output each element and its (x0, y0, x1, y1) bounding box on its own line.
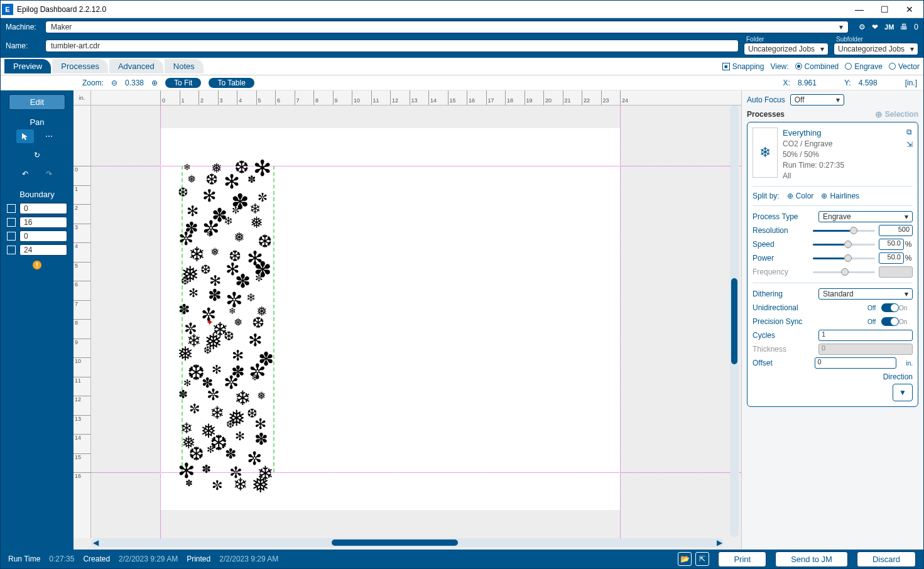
edit-button[interactable]: Edit (9, 94, 65, 110)
direction-button[interactable]: ▼ (893, 384, 913, 401)
arrow-right-icon[interactable]: ▶ (715, 538, 724, 547)
resolution-slider[interactable] (813, 226, 875, 235)
speed-label: Speed (753, 240, 809, 249)
folder-select[interactable]: Uncategorized Jobs▾ (744, 43, 829, 55)
folder-label: Folder (744, 36, 829, 43)
view-engrave[interactable]: Engrave (845, 62, 883, 71)
ruler-vertical: 012345678910111213141516 (73, 106, 91, 538)
selection-toggle[interactable]: ⊕ Selection (875, 109, 918, 119)
jm-icon[interactable]: JM (884, 23, 894, 31)
speed-slider[interactable] (813, 240, 875, 249)
tab-preview[interactable]: Preview (4, 59, 51, 73)
refresh-tool[interactable]: ↻ (28, 148, 46, 162)
radio-icon (795, 63, 802, 70)
name-label: Name: (6, 41, 40, 50)
redo-tool[interactable]: ↷ (40, 167, 58, 181)
tab-notes[interactable]: Notes (165, 59, 204, 73)
dithering-label: Dithering (753, 290, 809, 298)
dithering-select[interactable]: Standard▾ (818, 288, 913, 300)
scrollbar-vertical[interactable] (730, 106, 739, 537)
printer-icon[interactable]: 🖶 (900, 23, 908, 31)
ruler-horizontal: 0123456789101112131415161718192021222324 (91, 90, 741, 106)
snapping-toggle[interactable]: ■ Snapping (722, 62, 764, 71)
merge-icon[interactable]: ⇲ (906, 140, 913, 149)
cycles-input[interactable]: 1 (818, 330, 913, 341)
autofocus-label: Auto Focus (747, 95, 785, 104)
offset-unit: in. (901, 360, 913, 367)
folder-open-icon[interactable]: 📂 (678, 552, 692, 566)
subfolder-select[interactable]: Uncategorized Jobs▾ (834, 43, 918, 55)
boundary-width-input[interactable]: 24 (19, 244, 67, 256)
splitby-label: Split by: (753, 192, 780, 200)
warning-icon[interactable]: ! (33, 261, 41, 269)
zoom-out-icon[interactable]: ⊖ (111, 79, 117, 87)
export-icon[interactable]: ⇱ (695, 552, 709, 566)
zoom-in-icon[interactable]: ⊕ (151, 79, 158, 87)
thickness-label: Thickness (753, 345, 809, 354)
radio-icon (845, 63, 852, 70)
chevron-down-icon: ▾ (910, 45, 914, 53)
boundary-height-icon (7, 218, 16, 227)
tab-advanced[interactable]: Advanced (109, 59, 163, 73)
coord-unit: [in.] (905, 79, 917, 87)
process-name[interactable]: Everything (783, 127, 901, 139)
process-type-select[interactable]: Engrave▾ (818, 211, 913, 222)
plus-icon: ⊕ (787, 192, 793, 200)
maximize-button[interactable]: ☐ (872, 1, 897, 18)
close-button[interactable]: ✕ (897, 1, 922, 18)
minimize-button[interactable]: — (847, 1, 872, 18)
unidirectional-label: Unidirectional (753, 303, 809, 312)
app-icon: E (2, 4, 13, 15)
name-input[interactable]: tumbler-art.cdr (45, 40, 739, 52)
discard-button[interactable]: Discard (857, 551, 916, 567)
radio-icon (889, 63, 896, 70)
autofocus-select[interactable]: Off▾ (790, 94, 844, 106)
scrollbar-horizontal[interactable]: ◀ ▶ (91, 538, 724, 547)
view-vector[interactable]: Vector (889, 62, 920, 71)
offset-label: Offset (753, 359, 809, 367)
unidirectional-toggle[interactable] (881, 303, 899, 312)
undo-tool[interactable]: ↶ (16, 167, 34, 181)
machine-select[interactable]: Maker ▾ (45, 21, 849, 33)
power-unit: % (904, 254, 913, 263)
marquee-tool[interactable]: ⋯ (40, 129, 58, 143)
print-button[interactable]: Print (718, 551, 766, 567)
unidirectional-on: On (899, 305, 913, 312)
plus-icon: ⊕ (821, 192, 827, 200)
view-combined[interactable]: Combined (795, 62, 839, 71)
machine-value: Maker (51, 23, 72, 31)
speed-input[interactable]: 50.0 (879, 239, 904, 250)
send-to-jm-button[interactable]: Send to JM (775, 551, 848, 567)
boundary-top-input[interactable]: 0 (19, 203, 67, 214)
zoom-label: Zoom: (82, 79, 104, 87)
chevron-down-icon: ▾ (839, 23, 843, 31)
precision-sync-toggle[interactable] (881, 317, 899, 326)
splitby-color[interactable]: ⊕ Color (787, 192, 814, 200)
power-slider[interactable] (813, 254, 875, 263)
offset-input[interactable]: 0 (815, 357, 896, 369)
canvas[interactable]: ❄❅❆✻❅❆✻✽❆✻✽✼✻✽✼❄✽✼❄❅✼❄❅❆❄❅❆✻❅❆✻✽❆✻✽✼✻✽✼❄… (91, 106, 741, 538)
printed-label: Printed (187, 555, 210, 563)
cycles-label: Cycles (753, 331, 809, 340)
select-tool[interactable] (16, 129, 34, 143)
laser-origin-marker[interactable]: ✦ (206, 317, 214, 327)
chevron-down-icon: ▾ (820, 45, 824, 53)
power-input[interactable]: 50.0 (879, 252, 904, 264)
boundary-height-input[interactable]: 16 (19, 217, 67, 228)
tab-processes[interactable]: Processes (52, 59, 108, 73)
boundary-left-input[interactable]: 0 (19, 230, 67, 242)
zoom-totable-button[interactable]: To Table (209, 78, 254, 88)
splitby-hairlines[interactable]: ⊕ Hairlines (821, 192, 859, 200)
activity-icon[interactable]: ❤ (872, 23, 878, 31)
zoom-tofit-button[interactable]: To Fit (165, 78, 201, 88)
boundary-top-icon (7, 204, 16, 213)
boundary-width-icon (7, 246, 16, 254)
zoom-value[interactable]: 0.338 (125, 79, 144, 87)
ruler-unit: in. (73, 90, 91, 106)
gear-icon[interactable]: ⚙ (859, 23, 866, 31)
duplicate-icon[interactable]: ⧉ (906, 127, 913, 136)
process-thumbnail[interactable]: ❄ (753, 127, 778, 178)
process-speed-line: 50% / 50% (783, 149, 901, 160)
arrow-left-icon[interactable]: ◀ (91, 538, 100, 547)
resolution-input[interactable]: 500 (879, 225, 913, 236)
